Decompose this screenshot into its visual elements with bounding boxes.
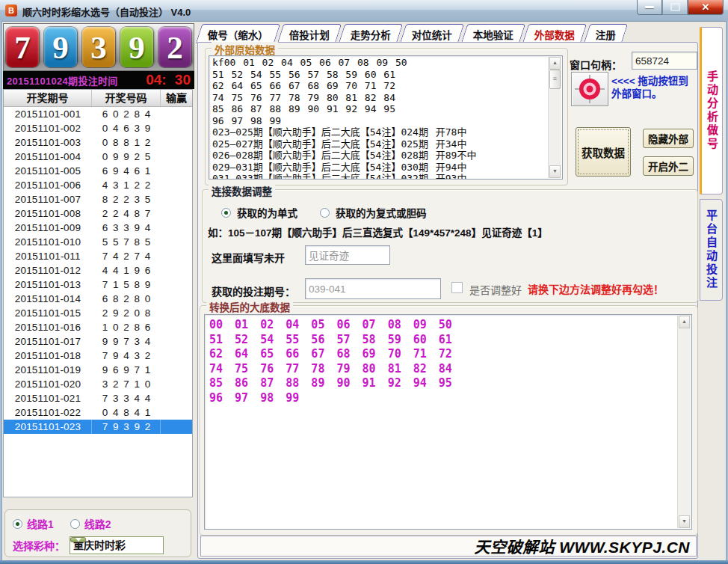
minimize-icon xyxy=(645,6,654,8)
tab[interactable]: 注册 xyxy=(584,24,628,43)
lottery-select[interactable]: 重庆时时彩 xyxy=(70,536,164,554)
table-row[interactable]: 20151101-003 0 8 8 1 2 xyxy=(4,135,192,150)
maximize-button[interactable] xyxy=(662,0,688,15)
row-result xyxy=(161,249,192,263)
text-line: 031—033期【顺六助手】后二大底【54注】032期 开93中 xyxy=(212,173,559,180)
table-row[interactable]: 20151101-002 0 4 6 3 9 xyxy=(4,121,192,135)
tab[interactable]: 外部数据 xyxy=(522,24,587,43)
table-row[interactable]: 20151101-006 4 3 1 2 2 xyxy=(4,178,192,192)
table-row[interactable]: 20151101-004 0 9 9 2 5 xyxy=(4,150,192,164)
row-period: 20151101-005 xyxy=(4,164,92,178)
text-line: 96 97 98 99 xyxy=(209,391,687,406)
text-line: 023—025期【顺六助手】后二大底【54注】024期 开78中 xyxy=(212,126,559,138)
row-period: 20151101-015 xyxy=(4,306,92,320)
adjusted-checkbox[interactable] xyxy=(451,282,463,293)
draw-history-table[interactable]: 开奖期号 开奖号码 输赢 20151101-001 6 0 2 8 4 2015… xyxy=(3,89,193,497)
table-row[interactable]: 20151101-021 7 3 3 4 4 xyxy=(4,391,192,405)
tab[interactable]: 倍投计划 xyxy=(277,24,342,43)
tab-label: 走势分析 xyxy=(351,27,391,42)
open-external2-button[interactable]: 开启外二 xyxy=(643,156,694,176)
raw-data-scrollbar[interactable]: ▲ ≡ ▼ xyxy=(548,57,561,178)
row-numbers: 7 1 5 8 9 xyxy=(92,278,161,292)
table-row[interactable]: 20151101-017 9 9 7 3 4 xyxy=(4,334,192,349)
row-result xyxy=(161,377,192,391)
raw-data-textarea[interactable]: kf00 01 02 04 05 06 07 08 09 50 51 52 54… xyxy=(209,55,563,180)
watermark-text: 天空破解站 WWW.SKYPJ.CN xyxy=(474,535,690,557)
table-row[interactable]: 20151101-005 6 9 4 6 1 xyxy=(4,164,192,178)
period-label: 20151101024期投注时间 xyxy=(7,73,118,88)
table-row[interactable]: 20151101-009 6 3 3 9 4 xyxy=(4,221,192,235)
table-row[interactable]: 20151101-023 7 9 3 9 2 xyxy=(4,420,192,434)
text-line: 51 52 54 55 56 57 58 59 60 61 xyxy=(209,333,687,348)
table-row[interactable]: 20151101-012 4 4 1 9 6 xyxy=(4,263,192,278)
line2-label: 线路2 xyxy=(84,516,111,531)
row-result xyxy=(161,150,192,164)
row-period: 20151101-011 xyxy=(4,249,92,263)
text-line: 85 86 87 88 89 90 91 92 94 95 xyxy=(209,376,687,391)
scroll-up-icon[interactable]: ▲ xyxy=(549,57,561,70)
side-tab-label: 平台自动投注 xyxy=(703,209,719,290)
bet-time-strip: 20151101024期投注时间 04: 30 xyxy=(3,71,194,89)
format-radio-group: 获取的为单式 获取的为复式或胆码 xyxy=(221,205,427,220)
row-result xyxy=(161,405,192,420)
bet-period-input[interactable] xyxy=(305,278,441,299)
table-row[interactable]: 20151101-014 6 8 2 8 0 xyxy=(4,292,192,306)
row-numbers: 0 4 8 4 1 xyxy=(92,405,161,420)
draw-digit: 9 xyxy=(129,29,145,66)
tab[interactable]: 本地验证 xyxy=(461,24,525,43)
row-numbers: 9 9 7 3 4 xyxy=(92,334,161,349)
table-row[interactable]: 20151101-019 9 6 9 7 1 xyxy=(4,363,192,377)
row-period: 20151101-018 xyxy=(4,349,92,363)
table-row[interactable]: 20151101-020 3 2 7 1 0 xyxy=(4,377,192,391)
scroll-down-icon[interactable]: ▼ xyxy=(549,165,561,178)
converted-scrollbar[interactable]: ▲ ▼ xyxy=(677,316,691,528)
scroll-down-icon[interactable]: ▼ xyxy=(679,515,690,528)
hide-external-button[interactable]: 隐藏外部 xyxy=(643,129,694,148)
combo-dropdown-button[interactable] xyxy=(70,537,86,542)
table-body: 20151101-001 6 0 2 8 4 20151101-002 0 4 … xyxy=(4,107,192,434)
line1-radio[interactable] xyxy=(13,519,22,529)
line2-radio[interactable] xyxy=(70,519,80,529)
draw-digit-tile: 2 xyxy=(158,27,191,67)
multi-format-radio[interactable] xyxy=(320,208,330,218)
table-row[interactable]: 20151101-008 2 2 4 8 7 xyxy=(4,206,192,221)
row-numbers: 3 2 7 1 0 xyxy=(92,377,161,391)
row-period: 20151101-023 xyxy=(4,420,92,434)
drag-target-button[interactable] xyxy=(571,72,608,106)
minimize-button[interactable] xyxy=(637,0,662,15)
table-row[interactable]: 20151101-022 0 4 8 4 1 xyxy=(4,405,192,420)
row-period: 20151101-013 xyxy=(4,278,92,292)
row-result xyxy=(161,306,192,320)
tab[interactable]: 做号（缩水） xyxy=(196,24,280,43)
adjust-warning-text: 请换下边方法调整好再勾选！ xyxy=(528,281,664,296)
single-format-radio[interactable] xyxy=(221,208,231,218)
draw-digit: 7 xyxy=(14,29,31,66)
scroll-up-icon[interactable]: ▲ xyxy=(679,316,690,328)
table-row[interactable]: 20151101-010 5 5 7 8 5 xyxy=(4,235,192,249)
fetch-data-button[interactable]: 获取数据 xyxy=(576,127,631,177)
tab[interactable]: 走势分析 xyxy=(339,24,403,43)
converted-title: 转换后的大底数据 xyxy=(206,299,293,314)
row-numbers: 5 5 7 8 5 xyxy=(92,235,161,249)
table-row[interactable]: 20151101-016 1 0 2 8 6 xyxy=(4,320,192,334)
side-tab-auto-bet[interactable]: 平台自动投注 xyxy=(700,199,723,301)
raw-data-title: 外部原始数据 xyxy=(212,42,278,57)
table-row[interactable]: 20151101-001 6 0 2 8 4 xyxy=(4,107,192,121)
text-line: 85 86 87 88 89 90 91 92 94 95 xyxy=(212,103,559,115)
scrollbar-thumb[interactable]: ≡ xyxy=(549,70,561,89)
format-example-text: 如：105－107期【顺六助手】后三直选复式【149*457*248】见证奇迹【… xyxy=(208,224,548,239)
table-row[interactable]: 20151101-011 7 4 2 7 4 xyxy=(4,249,192,263)
handle-input[interactable] xyxy=(632,52,697,70)
table-row[interactable]: 20151101-018 7 9 4 3 2 xyxy=(4,349,192,363)
tab[interactable]: 对位统计 xyxy=(400,24,464,43)
table-row[interactable]: 20151101-013 7 1 5 8 9 xyxy=(4,278,192,292)
table-row[interactable]: 20151101-007 8 2 2 3 5 xyxy=(4,192,192,206)
converted-textarea[interactable]: 00 01 02 04 05 06 07 08 09 50 51 52 54 5… xyxy=(204,314,692,530)
table-row[interactable]: 20151101-015 2 9 2 0 8 xyxy=(4,306,192,320)
drag-hint-text: <<<< 拖动按钮到 外部窗口。 xyxy=(611,75,700,100)
text-line: 026—028期【顺六助手】后二大底【54注】028期 开89不中 xyxy=(212,150,559,162)
row-period: 20151101-010 xyxy=(4,235,92,249)
fill-unopened-input[interactable] xyxy=(305,245,390,265)
close-button[interactable]: ✕ xyxy=(688,0,724,15)
side-tab-manual-analysis[interactable]: 手动分析做号 xyxy=(700,27,723,194)
